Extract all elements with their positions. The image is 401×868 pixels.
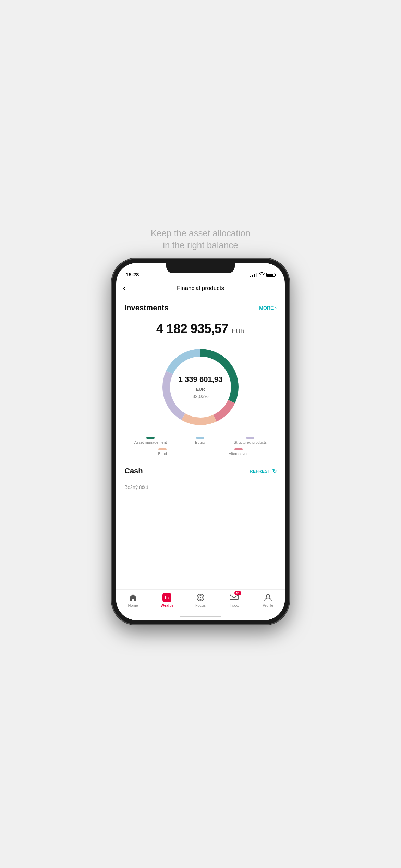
investments-header: Investments MORE › [116, 297, 285, 316]
notch [166, 263, 235, 273]
donut-inner-value: 1 339 601,93 EUR [178, 375, 223, 393]
legend-item-bond: Bond [149, 448, 176, 456]
legend-dot-alternatives [234, 448, 243, 450]
tab-profile-label: Profile [263, 603, 273, 607]
legend-label-bond: Bond [158, 451, 167, 456]
back-button[interactable]: ‹ [123, 284, 125, 293]
wealth-icon: €› [162, 593, 171, 602]
cash-section: Cash REFRESH ↻ Bežný účet [116, 462, 285, 494]
investments-title: Investments [124, 303, 168, 312]
donut-chart-container: 1 339 601,93 EUR 32,03% [116, 339, 285, 434]
tab-inbox-label: Inbox [230, 603, 239, 607]
donut-wrapper: 1 339 601,93 EUR 32,03% [156, 342, 245, 432]
legend-dot-structured [246, 437, 254, 439]
account-item: Bežný účet [124, 479, 277, 492]
legend-label-alternatives: Alternatives [229, 451, 248, 456]
legend-item-asset-management: Asset management [134, 437, 167, 444]
tab-wealth[interactable]: €› Wealth [150, 593, 183, 607]
profile-icon [264, 593, 272, 602]
legend-item-structured: Structured products [234, 437, 267, 444]
tagline-line1: Keep the asset allocation [151, 228, 251, 238]
total-currency: EUR [232, 328, 245, 335]
legend-label-equity: Equity [195, 440, 206, 444]
legend-item-alternatives: Alternatives [225, 448, 252, 456]
home-indicator [180, 616, 221, 617]
page-title: Financial products [177, 285, 224, 292]
phone-screen: 15:28 [116, 263, 285, 620]
legend-dot-equity [196, 437, 204, 439]
page-wrapper: Keep the asset allocation in the right b… [100, 217, 301, 651]
tagline-line2: in the right balance [163, 240, 238, 250]
svg-point-2 [200, 597, 201, 598]
status-icons [250, 272, 275, 277]
total-value: 4 182 935,57 [156, 322, 228, 336]
signal-icon [250, 273, 257, 277]
legend-container: Asset management Equity Structured produ… [116, 434, 285, 462]
tab-home[interactable]: Home [116, 593, 150, 607]
total-amount: 4 182 935,57 EUR [116, 316, 285, 339]
donut-inner-percent: 32,03% [178, 394, 223, 399]
legend-label-structured: Structured products [234, 440, 267, 444]
phone-shell: 15:28 [111, 258, 290, 625]
legend-item-equity: Equity [186, 437, 214, 444]
more-button[interactable]: MORE › [259, 305, 277, 311]
legend-dot-asset-management [146, 437, 155, 439]
tab-home-label: Home [128, 603, 138, 607]
tagline: Keep the asset allocation in the right b… [151, 227, 251, 251]
tab-focus-label: Focus [195, 603, 206, 607]
status-time: 15:28 [126, 272, 139, 277]
account-label: Bežný účet [124, 484, 148, 490]
home-icon [129, 593, 137, 602]
legend-row-1: Asset management Equity Structured produ… [124, 437, 277, 444]
tab-inbox[interactable]: 91 Inbox [217, 593, 251, 607]
cash-header: Cash REFRESH ↻ [124, 467, 277, 475]
battery-icon [266, 273, 275, 277]
focus-icon [196, 593, 205, 602]
legend-row-2: Bond Alternatives [124, 448, 277, 456]
main-content: Investments MORE › 4 182 935,57 EUR [116, 297, 285, 589]
tab-focus[interactable]: Focus [184, 593, 217, 607]
inbox-badge: 91 [234, 591, 241, 595]
svg-point-6 [266, 594, 270, 598]
inbox-icon: 91 [230, 593, 239, 602]
cash-title: Cash [124, 467, 143, 475]
wifi-icon [259, 272, 265, 277]
app-content: ‹ Financial products Investments MORE › [116, 279, 285, 620]
donut-center: 1 339 601,93 EUR 32,03% [178, 375, 223, 399]
legend-label-asset-management: Asset management [134, 440, 167, 444]
tab-profile[interactable]: Profile [251, 593, 285, 607]
refresh-button[interactable]: REFRESH ↻ [250, 468, 277, 474]
legend-dot-bond [158, 448, 167, 450]
tab-wealth-label: Wealth [161, 603, 173, 607]
nav-header: ‹ Financial products [116, 279, 285, 297]
